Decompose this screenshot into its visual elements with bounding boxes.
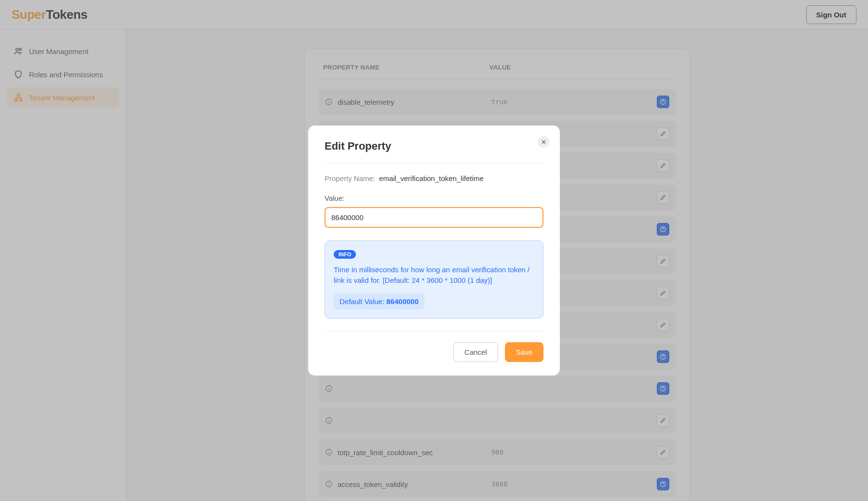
value-input[interactable] [325,207,543,228]
close-icon[interactable]: ✕ [538,136,549,148]
default-value: 86400000 [386,297,419,306]
info-badge: INFO [334,250,356,259]
divider [325,163,543,164]
save-button[interactable]: Save [505,342,543,362]
edit-property-modal: ✕ Edit Property Property Name: email_ver… [308,125,560,376]
property-name-value: email_verification_token_lifetime [379,174,484,182]
cancel-button[interactable]: Cancel [453,342,498,362]
info-text: Time in milliseconds for how long an ema… [334,264,534,286]
default-value-label: Default Value: [339,297,386,306]
info-box: INFO Time in milliseconds for how long a… [325,240,543,319]
property-name-row: Property Name: email_verification_token_… [325,174,543,182]
value-label: Value: [325,194,543,202]
modal-title: Edit Property [325,140,543,153]
property-name-label: Property Name: [325,174,375,182]
modal-footer: Cancel Save [325,331,543,362]
default-value-box: Default Value: 86400000 [334,293,424,309]
modal-overlay: ✕ Edit Property Property Name: email_ver… [0,0,868,501]
